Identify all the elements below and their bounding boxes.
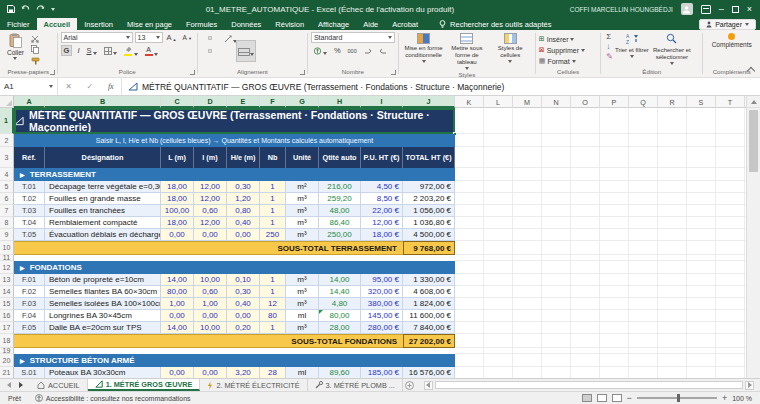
empty-cells-area[interactable]	[455, 147, 760, 168]
horizontal-scrollbar[interactable]	[424, 381, 754, 389]
column-header-E[interactable]: E	[227, 96, 260, 108]
underline-button[interactable]: S	[84, 46, 98, 55]
sheet-cell[interactable]: 0,00	[194, 310, 227, 322]
sheet-cell[interactable]: F.01	[14, 274, 45, 286]
percent-style-button[interactable]: %	[332, 46, 343, 55]
sheet-cell[interactable]: 1 330,00 €	[403, 274, 455, 286]
page-layout-view-button[interactable]	[597, 394, 607, 402]
sheet-cell[interactable]: 86,40	[319, 217, 361, 229]
section-header-cell[interactable]: ▶FONDATIONS	[14, 261, 455, 274]
column-header-H[interactable]: H	[319, 96, 361, 108]
sheet-cell[interactable]: 1	[260, 205, 286, 217]
row-number-10[interactable]: 10	[0, 241, 14, 255]
sheet-tab-4[interactable]: 3. MÉTRÉ PLOMB ...	[308, 379, 403, 391]
sheet-cell[interactable]: 14,00	[319, 274, 361, 286]
sheet-cell[interactable]: 4,50 €	[361, 181, 403, 193]
column-header-S[interactable]: S	[687, 96, 716, 108]
sheet-cell[interactable]: 8,50 €	[361, 193, 403, 205]
prev-sheet-arrow[interactable]	[7, 382, 11, 388]
sheet-cell[interactable]: 48,00	[319, 205, 361, 217]
empty-cells-area[interactable]	[455, 322, 760, 334]
zoom-thumb[interactable]	[677, 394, 680, 402]
fill-button[interactable]: ↓	[606, 43, 613, 51]
column-header-P[interactable]: P	[600, 96, 629, 108]
sheet-cell[interactable]: m³	[286, 193, 319, 205]
sheet-cell[interactable]: m³	[286, 298, 319, 310]
sheet-cell[interactable]: F.04	[14, 310, 45, 322]
sheet-cell[interactable]: F.03	[14, 298, 45, 310]
sheet-cell[interactable]: 4 500,00 €	[403, 229, 455, 241]
sheet-cell[interactable]: Poteaux BA 30x30cm	[45, 367, 161, 378]
sheet-cell[interactable]: Évacuation déblais en décharge	[45, 229, 161, 241]
sheet-cell[interactable]: 1 036,80 €	[403, 217, 455, 229]
subtotal-value-cell[interactable]: 9 768,00 €	[403, 241, 455, 255]
grow-font-button[interactable]: A▲	[165, 33, 179, 42]
sheet-cell[interactable]: 18,00	[161, 181, 194, 193]
sheet-cell[interactable]: m³	[286, 286, 319, 298]
column-header-C[interactable]: C	[161, 96, 194, 108]
sheet-cell[interactable]: 12,00	[194, 193, 227, 205]
cancel-icon[interactable]: ✕	[65, 82, 72, 91]
sheet-cell[interactable]: ml	[286, 310, 319, 322]
ribbon-tab-formules[interactable]: Formules	[179, 18, 224, 30]
name-box[interactable]: A1	[0, 78, 58, 95]
sheet-cell[interactable]: S.01	[14, 367, 45, 378]
sheet-cell[interactable]: 89,60	[319, 367, 361, 378]
sheet-cell[interactable]: 80,00	[319, 310, 361, 322]
sheet-cell[interactable]: 185,00 €	[361, 367, 403, 378]
sheet-cell[interactable]: 0,00	[161, 310, 194, 322]
font-dialog-launcher[interactable]	[190, 70, 195, 75]
row-number-13[interactable]: 13	[0, 274, 14, 286]
empty-cells-area[interactable]	[455, 298, 760, 310]
row-number-18[interactable]: 18	[0, 334, 14, 348]
empty-cells-area[interactable]	[455, 261, 760, 274]
empty-cells-area[interactable]	[455, 229, 760, 241]
row-number-17[interactable]: 17	[0, 322, 14, 334]
sheet-cell[interactable]: 80	[260, 310, 286, 322]
table-header-10[interactable]: TOTAL HT (€)	[403, 147, 455, 168]
sheet-cell[interactable]: 0,60	[194, 205, 227, 217]
sheet-cell[interactable]: 100,00	[161, 205, 194, 217]
sheet-cell[interactable]: m³	[286, 274, 319, 286]
sheet-cell[interactable]: 14,00	[161, 322, 194, 334]
column-header-B[interactable]: B	[45, 96, 161, 108]
sheet-cell[interactable]: 1	[260, 286, 286, 298]
vscroll-thumb[interactable]	[749, 110, 758, 172]
zoom-in-button[interactable]: +	[722, 394, 727, 403]
sheet-cell[interactable]: 18,00	[161, 217, 194, 229]
new-sheet-button[interactable]	[403, 379, 416, 391]
align-right-icon[interactable]	[215, 49, 219, 53]
sheet-cell[interactable]: 1 056,00 €	[403, 205, 455, 217]
sheet-cell[interactable]: 12,00	[194, 181, 227, 193]
empty-cells-area[interactable]	[455, 286, 760, 298]
minimize-button[interactable]: –	[719, 5, 724, 14]
table-header-8[interactable]: Qtité auto	[319, 147, 361, 168]
addins-button[interactable]: Compléments	[708, 32, 756, 49]
sheet-cell[interactable]: 12,00 €	[361, 217, 403, 229]
ribbon-tab-affichage[interactable]: Affichage	[311, 18, 356, 30]
undo-icon[interactable]	[21, 5, 30, 13]
sheet-title-cell[interactable]: MÉTRÉ QUANTITATIF — GROS ŒUVRE (Terrasse…	[14, 108, 455, 134]
sheet-cell[interactable]: Longrines BA 30×45cm	[45, 310, 161, 322]
cut-icon[interactable]	[30, 34, 41, 43]
fill-color-button[interactable]	[122, 46, 140, 56]
sheet-cell[interactable]: 0,00	[161, 367, 194, 378]
sheet-cell[interactable]: T.03	[14, 205, 45, 217]
copy-icon[interactable]	[30, 45, 41, 54]
sheet-cell[interactable]: Béton de propreté e=10cm	[45, 274, 161, 286]
paste-button[interactable]: Coller	[3, 32, 28, 61]
zoom-out-button[interactable]: −	[627, 394, 632, 403]
sheet-cell[interactable]: 0,00	[227, 310, 260, 322]
ribbon-display-options-icon[interactable]	[701, 5, 711, 14]
sheet-cell[interactable]: 7 840,00 €	[403, 322, 455, 334]
avatar[interactable]	[681, 3, 693, 15]
align-center-icon[interactable]	[208, 49, 212, 53]
font-color-button[interactable]: A	[143, 46, 160, 56]
sheet-tab-2[interactable]: 1. MÉTRÉ GROS ŒUVRE	[88, 379, 201, 391]
table-header-6[interactable]: Nb	[260, 147, 286, 168]
sheet-cell[interactable]: ml	[286, 367, 319, 378]
format-cells-button[interactable]: ▦Format	[539, 56, 597, 66]
sheet-cell[interactable]: 972,00 €	[403, 181, 455, 193]
save-icon[interactable]	[7, 5, 15, 13]
sheet-cell[interactable]: 12,00	[194, 217, 227, 229]
